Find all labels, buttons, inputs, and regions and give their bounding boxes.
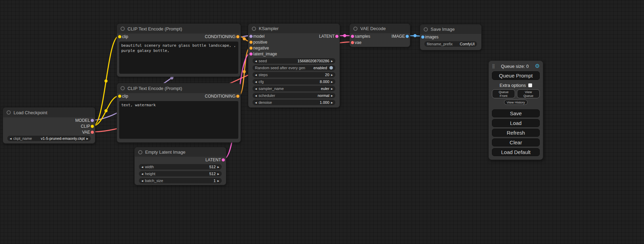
stepper-right-icon[interactable]: ▶ [331, 88, 333, 90]
stepper-left-icon[interactable]: ◀ [255, 81, 257, 83]
output-pin-vae[interactable] [91, 130, 94, 134]
output-pin-image[interactable] [406, 35, 409, 38]
widget-sampler-name[interactable]: ◀ sampler_name euler ▶ [253, 86, 335, 91]
widget-value: v1-5-pruned-emaonly.ckpt [41, 136, 85, 141]
widget-ckpt-name[interactable]: ◀ ckpt_name v1-5-pruned-emaonly.ckpt ▶ [7, 136, 91, 141]
node-title-bar[interactable]: CLIP Text Encode (Prompt) [117, 83, 240, 93]
widget-random-seed-toggle[interactable]: Random seed after every gen enabled [253, 65, 335, 71]
input-pin-clip[interactable] [118, 94, 121, 98]
view-history-button[interactable]: View History [504, 100, 528, 105]
stepper-right-icon[interactable]: ▶ [331, 74, 333, 76]
collapse-dot-icon[interactable] [138, 150, 142, 154]
node-load-checkpoint[interactable]: Load Checkpoint MODEL CLIP VAE ◀ ckpt_na… [3, 107, 95, 144]
collapse-dot-icon[interactable] [353, 27, 358, 31]
stepper-right-icon[interactable]: ▶ [331, 101, 333, 104]
slot-row: positive [248, 39, 339, 45]
collapse-dot-icon[interactable] [424, 27, 428, 31]
input-pin-positive[interactable] [249, 40, 253, 44]
queue-front-button[interactable]: Queue Front [492, 89, 515, 98]
widget-label: cfg [258, 80, 264, 84]
stepper-right-icon[interactable]: ▶ [87, 137, 88, 140]
widget-denoise[interactable]: ◀ denoise 1.000 ▶ [253, 100, 335, 105]
input-pin-clip[interactable] [118, 35, 121, 38]
stepper-left-icon[interactable]: ◀ [255, 60, 257, 62]
toggle-indicator-icon[interactable] [329, 66, 333, 70]
stepper-right-icon[interactable]: ▶ [331, 60, 333, 62]
output-label-conditioning: CONDITIONING [205, 94, 236, 99]
widget-cfg[interactable]: ◀ cfg 8.000 ▶ [253, 79, 335, 84]
output-pin-clip[interactable] [91, 125, 94, 128]
stepper-left-icon[interactable]: ◀ [141, 173, 143, 175]
output-pin-conditioning[interactable] [236, 94, 239, 98]
settings-gear-icon[interactable]: ⚙ [535, 63, 540, 69]
link-midpoint-dot [105, 109, 108, 112]
refresh-button[interactable]: Refresh [492, 129, 540, 137]
stepper-right-icon[interactable]: ▶ [331, 94, 333, 97]
node-title-bar[interactable]: CLIP Text Encode (Prompt) [117, 24, 240, 34]
widget-scheduler[interactable]: ◀ scheduler normal ▶ [253, 93, 335, 98]
collapse-dot-icon[interactable] [121, 86, 125, 90]
widget-label: ckpt_name [13, 136, 32, 141]
node-clip-text-encode-positive[interactable]: CLIP Text Encode (Prompt) clip CONDITION… [117, 24, 241, 77]
input-pin-samples[interactable] [351, 35, 354, 38]
input-pin-model[interactable] [249, 35, 253, 38]
output-pin-conditioning[interactable] [236, 35, 239, 38]
node-title-bar[interactable]: VAE Decode [350, 24, 410, 33]
output-pin-latent[interactable] [222, 158, 225, 161]
node-empty-latent-image[interactable]: Empty Latent Image LATENT ◀ width 512 ▶ … [134, 147, 226, 185]
save-button[interactable]: Save [492, 109, 540, 117]
load-button[interactable]: Load [492, 119, 540, 127]
stepper-left-icon[interactable]: ◀ [255, 88, 257, 90]
input-label-samples: samples [355, 34, 370, 39]
node-clip-text-encode-negative[interactable]: CLIP Text Encode (Prompt) clip CONDITION… [117, 83, 241, 143]
node-title-bar[interactable]: Empty Latent Image [135, 147, 226, 157]
input-label-negative: negative [253, 46, 269, 51]
stepper-left-icon[interactable]: ◀ [255, 94, 257, 97]
node-graph-canvas[interactable]: Load Checkpoint MODEL CLIP VAE ◀ ckpt_na… [0, 0, 644, 244]
stepper-left-icon[interactable]: ◀ [141, 166, 143, 168]
drag-handle-icon[interactable]: ⣿ [492, 64, 495, 69]
queue-panel-header: ⣿ Queue size: 0 ⚙ [492, 63, 540, 70]
widget-filename-prefix[interactable]: filename_prefix ComfyUI [424, 41, 477, 47]
slot-row: clip CONDITIONING [117, 93, 240, 99]
extra-options-checkbox[interactable] [528, 83, 532, 87]
input-pin-images[interactable] [421, 35, 424, 38]
widget-steps[interactable]: ◀ steps 20 ▶ [253, 72, 335, 78]
slot-row: clip CONDITIONING [117, 34, 240, 39]
load-default-button[interactable]: Load Default [492, 148, 540, 156]
widget-batch-size[interactable]: ◀ batch_size 1 ▶ [139, 178, 222, 183]
stepper-left-icon[interactable]: ◀ [255, 74, 257, 76]
node-title-bar[interactable]: KSampler [248, 24, 339, 33]
clear-button[interactable]: Clear [492, 138, 540, 146]
widget-seed[interactable]: ◀ seed 156680208700286 ▶ [253, 58, 335, 64]
stepper-left-icon[interactable]: ◀ [255, 101, 257, 104]
widget-height[interactable]: ◀ height 512 ▶ [139, 171, 222, 177]
stepper-right-icon[interactable]: ▶ [331, 81, 333, 83]
widget-value: 8.000 [320, 80, 329, 84]
stepper-left-icon[interactable]: ◀ [10, 137, 11, 140]
input-pin-negative[interactable] [249, 46, 253, 49]
negative-prompt-textarea[interactable]: text, watermark [119, 101, 238, 139]
node-vae-decode[interactable]: VAE Decode samples IMAGE vae [350, 24, 410, 47]
node-ksampler[interactable]: KSampler model LATENT positive negative … [248, 24, 340, 108]
input-pin-latent-image[interactable] [249, 52, 253, 55]
node-save-image[interactable]: Save Image images filename_prefix ComfyU… [420, 24, 482, 50]
collapse-dot-icon[interactable] [121, 27, 125, 31]
queue-prompt-button[interactable]: Queue Prompt [492, 71, 540, 80]
node-title: CLIP Text Encode (Prompt) [127, 26, 182, 31]
history-row: View History [492, 100, 540, 105]
stepper-right-icon[interactable]: ▶ [218, 180, 219, 182]
positive-prompt-textarea[interactable]: beautiful scenery nature glass bottle la… [119, 42, 238, 74]
node-title-bar[interactable]: Save Image [420, 25, 481, 34]
input-pin-vae[interactable] [351, 41, 354, 44]
widget-width[interactable]: ◀ width 512 ▶ [139, 164, 222, 170]
output-pin-latent[interactable] [335, 35, 338, 38]
stepper-right-icon[interactable]: ▶ [218, 173, 219, 175]
collapse-dot-icon[interactable] [7, 110, 11, 115]
node-title-bar[interactable]: Load Checkpoint [3, 108, 95, 117]
stepper-left-icon[interactable]: ◀ [141, 180, 143, 182]
collapse-dot-icon[interactable] [252, 27, 256, 31]
stepper-right-icon[interactable]: ▶ [218, 166, 219, 168]
output-pin-model[interactable] [91, 119, 94, 122]
view-queue-button[interactable]: View Queue [517, 89, 540, 98]
